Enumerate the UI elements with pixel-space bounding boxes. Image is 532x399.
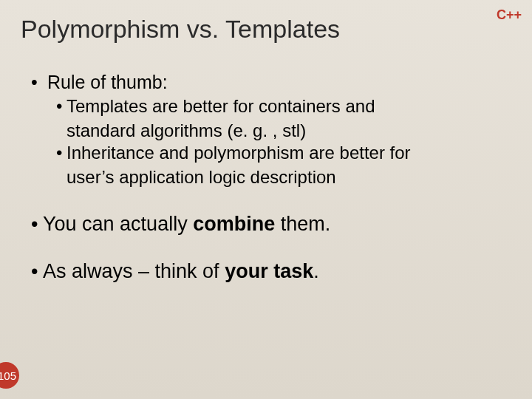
- sub-bullet-text-cont: user’s application logic description: [31, 166, 511, 189]
- bullet-text-bold: your task: [225, 260, 313, 282]
- bullet-marker: •: [56, 95, 66, 118]
- bullet-text-pre: You can actually: [43, 213, 193, 235]
- bullet-text: Rule of thumb:: [47, 72, 168, 92]
- sub-bullet-text: Inheritance and polymorphism are better …: [66, 143, 411, 163]
- bullet-marker: •: [31, 70, 47, 94]
- bullet-text-post: them.: [275, 213, 330, 235]
- page-number: 105: [0, 369, 16, 382]
- sub-bullet-inheritance: •Inheritance and polymorphism are better…: [31, 142, 511, 165]
- slide-title: Polymorphism vs. Templates: [21, 15, 511, 44]
- bullet-your-task: •As always – think of your task.: [31, 259, 511, 284]
- bullet-combine: •You can actually combine them.: [31, 211, 511, 237]
- language-badge: C++: [497, 7, 522, 23]
- sub-bullet-templates: •Templates are better for containers and: [31, 95, 511, 118]
- slide-content: •Rule of thumb: •Templates are better fo…: [21, 70, 511, 284]
- bullet-rule-of-thumb: •Rule of thumb:: [31, 70, 511, 94]
- page-number-badge: 105: [0, 362, 19, 389]
- bullet-marker: •: [31, 211, 43, 237]
- sub-bullet-text-cont: standard algorithms (e. g. , stl): [31, 120, 511, 143]
- bullet-marker: •: [56, 142, 66, 165]
- bullet-marker: •: [31, 259, 43, 284]
- sub-bullet-text: Templates are better for containers and: [66, 96, 375, 116]
- bullet-text-post: .: [313, 260, 319, 282]
- slide: C++ Polymorphism vs. Templates •Rule of …: [0, 0, 532, 399]
- bullet-text-bold: combine: [193, 213, 275, 235]
- bullet-text-pre: As always – think of: [43, 260, 225, 282]
